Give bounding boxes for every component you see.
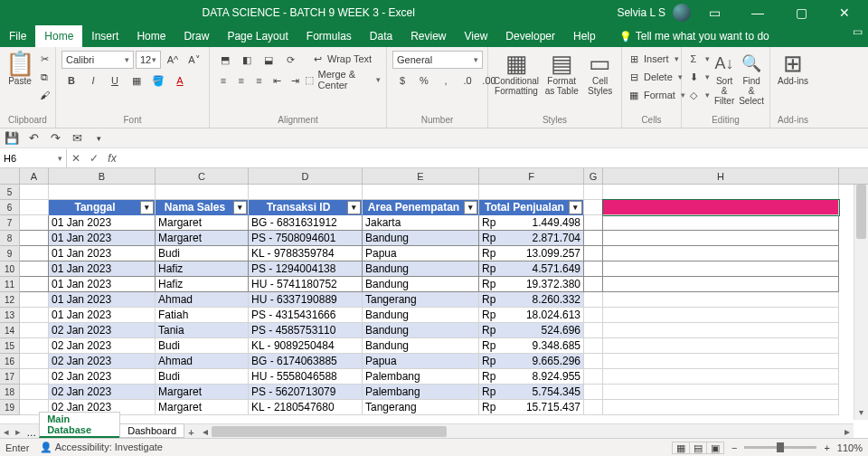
- percent-button[interactable]: %: [414, 71, 434, 90]
- underline-button[interactable]: U: [105, 71, 125, 90]
- sheet-nav-more[interactable]: …: [24, 427, 39, 438]
- cell[interactable]: 02 Jan 2023: [49, 385, 156, 400]
- column-header-g[interactable]: G: [584, 168, 603, 184]
- border-button[interactable]: ▦: [127, 71, 146, 90]
- cell[interactable]: [20, 385, 49, 400]
- cell[interactable]: Bandung: [363, 277, 479, 292]
- cell[interactable]: [603, 369, 839, 385]
- zoom-slider[interactable]: [744, 446, 816, 449]
- comments-icon[interactable]: ▭: [846, 25, 868, 47]
- row-header[interactable]: 10: [0, 261, 20, 277]
- cell[interactable]: Margaret: [156, 400, 249, 415]
- cell[interactable]: Rp13.099.257: [479, 246, 584, 261]
- cell[interactable]: PS - 1294004138: [249, 261, 363, 277]
- cell[interactable]: 01 Jan 2023: [49, 231, 156, 246]
- cell[interactable]: 01 Jan 2023: [49, 246, 156, 261]
- cut-button[interactable]: ✂: [38, 51, 51, 67]
- cell[interactable]: Margaret: [156, 385, 249, 400]
- italic-button[interactable]: I: [83, 71, 103, 90]
- scroll-down-button[interactable]: ▾: [854, 407, 868, 420]
- row-header[interactable]: 9: [0, 246, 20, 261]
- cell[interactable]: [584, 200, 603, 215]
- cell[interactable]: [603, 261, 839, 277]
- comma-button[interactable]: ,: [436, 71, 456, 90]
- row-header[interactable]: 12: [0, 292, 20, 308]
- save-button[interactable]: 💾: [4, 131, 20, 145]
- scroll-left-button[interactable]: ◂: [199, 425, 212, 438]
- tab-review[interactable]: Review: [401, 25, 455, 47]
- cell[interactable]: PS - 4315431666: [249, 308, 363, 323]
- cell[interactable]: [584, 385, 603, 400]
- cell[interactable]: Margaret: [156, 215, 249, 231]
- cell[interactable]: 01 Jan 2023: [49, 308, 156, 323]
- tab-insert[interactable]: Insert: [82, 25, 127, 47]
- cell[interactable]: Rp15.715.437: [479, 400, 584, 415]
- cell[interactable]: [584, 246, 603, 261]
- cell[interactable]: [156, 185, 249, 200]
- cell[interactable]: [49, 185, 156, 200]
- cell[interactable]: [584, 277, 603, 292]
- minimize-button[interactable]: —: [738, 0, 778, 25]
- filter-dropdown-icon[interactable]: ▾: [569, 201, 582, 214]
- cell[interactable]: 01 Jan 2023: [49, 292, 156, 308]
- zoom-level[interactable]: 110%: [837, 442, 863, 453]
- format-cells-button[interactable]: ▦Format▾: [627, 87, 685, 103]
- row-header[interactable]: 15: [0, 338, 20, 354]
- cell[interactable]: [603, 385, 839, 400]
- align-center-button[interactable]: ≡: [233, 71, 250, 90]
- column-header-b[interactable]: B: [49, 168, 156, 184]
- clear-button[interactable]: ◇▾: [687, 87, 710, 103]
- bold-button[interactable]: B: [61, 71, 81, 90]
- tell-me-input[interactable]: Tell me what you want to do: [610, 25, 778, 47]
- cell[interactable]: [20, 308, 49, 323]
- format-painter-button[interactable]: 🖌: [38, 87, 51, 103]
- tab-file[interactable]: File: [0, 25, 35, 47]
- cell[interactable]: [20, 338, 49, 354]
- row-header[interactable]: 13: [0, 308, 20, 323]
- cell[interactable]: [584, 261, 603, 277]
- cell[interactable]: HU - 6337190889: [249, 292, 363, 308]
- cell[interactable]: Nama Sales▾: [156, 200, 249, 215]
- cell[interactable]: KL - 9089250484: [249, 338, 363, 354]
- align-middle-button[interactable]: ◧: [237, 51, 257, 69]
- view-buttons[interactable]: ▦▤▣: [673, 442, 724, 454]
- select-all-corner[interactable]: [0, 168, 20, 184]
- cell[interactable]: Bandung: [363, 308, 479, 323]
- row-header[interactable]: 8: [0, 231, 20, 246]
- insert-cells-button[interactable]: ⊞Insert▾: [627, 51, 685, 67]
- cell[interactable]: Fatiah: [156, 308, 249, 323]
- horizontal-scroll-thumb[interactable]: [212, 426, 447, 437]
- row-header[interactable]: 6: [0, 200, 20, 215]
- find-select-button[interactable]: 🔍Find & Select: [739, 51, 764, 106]
- cell[interactable]: [603, 185, 839, 200]
- ribbon-display-button[interactable]: ▭: [694, 0, 734, 25]
- delete-cells-button[interactable]: ⊟Delete▾: [627, 69, 685, 85]
- zoom-in-button[interactable]: +: [824, 442, 829, 453]
- cell[interactable]: Ahmad: [156, 354, 249, 369]
- cell[interactable]: [20, 246, 49, 261]
- filter-dropdown-icon[interactable]: ▾: [347, 201, 361, 214]
- column-header-h[interactable]: H: [603, 168, 839, 184]
- cell[interactable]: Rp2.871.704: [479, 231, 584, 246]
- cell[interactable]: [603, 400, 839, 415]
- orientation-button[interactable]: ⟳: [280, 51, 300, 69]
- cell[interactable]: 02 Jan 2023: [49, 369, 156, 385]
- active-cell[interactable]: [603, 200, 839, 215]
- filter-dropdown-icon[interactable]: ▾: [464, 201, 477, 214]
- cell[interactable]: [584, 231, 603, 246]
- cell[interactable]: HU - 5558046588: [249, 369, 363, 385]
- tab-home[interactable]: Home: [35, 25, 82, 47]
- tab-home2[interactable]: Home: [127, 25, 175, 47]
- font-size-combo[interactable]: 12▾: [136, 51, 161, 69]
- cell[interactable]: Tanggal▾: [49, 200, 156, 215]
- addins-button[interactable]: ⊞Add-ins: [776, 51, 810, 86]
- cell[interactable]: Rp8.924.955: [479, 369, 584, 385]
- horizontal-scrollbar[interactable]: ◂ ▸: [199, 423, 854, 438]
- align-top-button[interactable]: ⬒: [215, 51, 235, 69]
- cell[interactable]: Tania: [156, 323, 249, 338]
- tab-developer[interactable]: Developer: [496, 25, 564, 47]
- undo-button[interactable]: ↶: [25, 131, 42, 145]
- user-avatar[interactable]: [673, 4, 691, 22]
- vertical-scroll-thumb[interactable]: [856, 185, 866, 239]
- cell[interactable]: Rp18.024.613: [479, 308, 584, 323]
